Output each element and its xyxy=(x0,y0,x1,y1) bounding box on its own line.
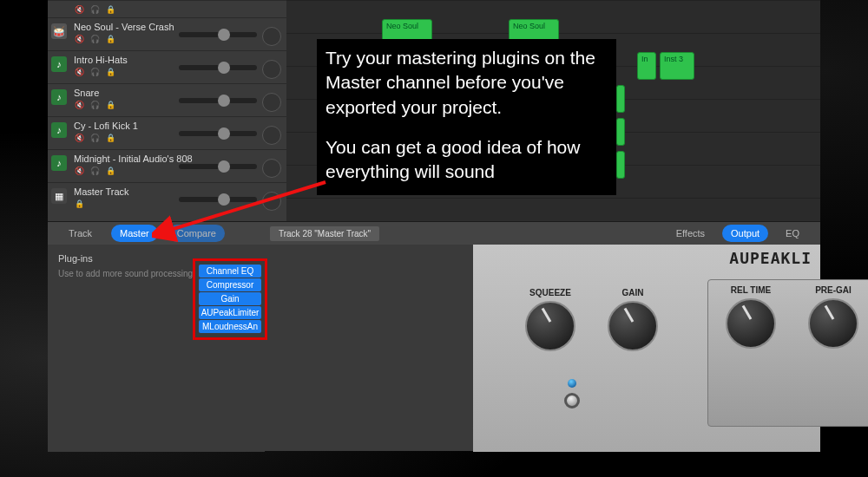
pregain-knob[interactable] xyxy=(808,298,858,349)
lock-icon[interactable]: 🔒 xyxy=(105,34,115,44)
track-row-master[interactable]: ▦ Master Track 🔒 xyxy=(48,182,286,215)
mute-icon[interactable]: 🔇 xyxy=(74,4,84,15)
plugin-sub-panel: REL TIME PRE-GAI xyxy=(707,279,868,427)
volume-slider[interactable] xyxy=(179,98,257,103)
annotation-text-2: You can get a good idea of how everythin… xyxy=(326,135,608,185)
editor-tabbar: Track Master Compare Track 28 "Master Tr… xyxy=(48,222,820,245)
headphones-icon[interactable]: 🎧 xyxy=(89,34,100,44)
tab-output[interactable]: Output xyxy=(722,225,768,242)
led-indicator xyxy=(568,379,576,388)
plugin-list-highlight: Channel EQ Compressor Gain AUPeakLimiter… xyxy=(193,258,267,340)
mute-icon[interactable]: 🔇 xyxy=(74,166,84,176)
track-row[interactable]: ♪ Cy - Lofi Kick 1 🔇 🎧 🔒 xyxy=(48,116,286,149)
region-clip[interactable]: Inst 3 xyxy=(660,52,694,80)
track-name: Master Track xyxy=(74,186,281,198)
mute-icon[interactable]: 🔇 xyxy=(74,100,84,110)
track-name: Snare xyxy=(74,87,281,99)
pan-knob[interactable] xyxy=(262,159,281,178)
lock-icon[interactable]: 🔒 xyxy=(105,4,115,15)
squeeze-knob[interactable] xyxy=(525,301,575,351)
pan-knob[interactable] xyxy=(262,27,281,46)
mute-icon[interactable]: 🔇 xyxy=(74,133,84,143)
pan-knob[interactable] xyxy=(262,93,281,112)
track-row[interactable]: ♪ Midnight - Initial Audio's 808 🔇 🎧 🔒 xyxy=(48,149,286,182)
track-row[interactable]: ♪ Intro Hi-Hats 🔇 🎧 🔒 xyxy=(48,50,286,83)
smart-controls-panel: Track Master Compare Track 28 "Master Tr… xyxy=(48,221,820,451)
gain-knob[interactable] xyxy=(608,301,658,351)
knob-label: PRE-GAI xyxy=(808,285,858,295)
plugin-brand: AUPEAKLI xyxy=(729,249,812,267)
region-clip[interactable] xyxy=(616,151,625,179)
plugin-slot[interactable]: Channel EQ xyxy=(199,265,261,278)
headphones-icon[interactable]: 🎧 xyxy=(89,166,100,176)
volume-slider[interactable] xyxy=(179,32,257,37)
annotation-text-1: Try your mastering plugins on the Master… xyxy=(326,46,608,120)
tab-master[interactable]: Master xyxy=(111,225,158,242)
knob-label: SQUEEZE xyxy=(525,288,575,297)
headphones-icon[interactable]: 🎧 xyxy=(89,67,100,77)
reltime-knob[interactable] xyxy=(726,298,776,349)
pan-knob[interactable] xyxy=(262,192,281,211)
lock-icon[interactable]: 🔒 xyxy=(105,166,115,176)
audio-icon: ♪ xyxy=(51,122,67,138)
plugin-slot[interactable]: AUPeakLimiter xyxy=(199,306,261,319)
tab-eq[interactable]: EQ xyxy=(777,225,808,242)
audio-icon: ♪ xyxy=(51,155,67,171)
headphones-icon[interactable]: 🎧 xyxy=(89,133,100,143)
headphones-icon[interactable]: 🎧 xyxy=(89,100,100,110)
volume-slider[interactable] xyxy=(179,164,257,169)
lock-icon[interactable]: 🔒 xyxy=(74,199,84,209)
tab-compare[interactable]: Compare xyxy=(168,225,225,242)
track-name: Neo Soul - Verse Crash xyxy=(74,21,281,33)
mute-icon[interactable]: 🔇 xyxy=(74,34,84,44)
plugin-slot[interactable]: Gain xyxy=(199,292,261,305)
master-icon: ▦ xyxy=(51,188,67,204)
region-clip[interactable]: In xyxy=(637,52,656,80)
plugin-slot[interactable]: MLoudnessAn xyxy=(199,320,261,333)
knob-label: GAIN xyxy=(608,288,658,297)
lock-icon[interactable]: 🔒 xyxy=(105,100,115,110)
region-clip[interactable] xyxy=(616,85,625,113)
region-clip[interactable] xyxy=(616,118,625,146)
plugin-ui-panel: AUPEAKLI SQUEEZE GAIN REL TIME PRE-GAI xyxy=(473,245,820,452)
track-breadcrumb: Track 28 "Master Track" xyxy=(270,226,379,241)
plugin-slot[interactable]: Compressor xyxy=(199,278,261,291)
track-row[interactable]: 🥁 Neo Soul - Verse Crash 🔇 🎧 🔒 xyxy=(48,17,286,50)
volume-slider[interactable] xyxy=(179,65,257,70)
volume-slider[interactable] xyxy=(179,131,257,136)
track-list: 🔇 🎧 🔒 🥁 Neo Soul - Verse Crash 🔇 🎧 🔒 ♪ I… xyxy=(48,0,286,221)
volume-slider[interactable] xyxy=(179,197,257,202)
audio-icon: ♪ xyxy=(51,89,67,105)
tab-track[interactable]: Track xyxy=(60,225,101,242)
lock-icon[interactable]: 🔒 xyxy=(105,67,115,77)
bypass-toggle[interactable] xyxy=(564,393,580,408)
track-row[interactable]: ♪ Snare 🔇 🎧 🔒 xyxy=(48,83,286,116)
headphones-icon[interactable]: 🎧 xyxy=(89,4,100,15)
track-header-controls: 🔇 🎧 🔒 xyxy=(48,0,286,17)
knob-label: REL TIME xyxy=(726,285,776,295)
audio-icon: ♪ xyxy=(51,56,67,72)
drum-icon: 🥁 xyxy=(51,23,67,39)
pan-knob[interactable] xyxy=(262,60,281,79)
pan-knob[interactable] xyxy=(262,126,281,145)
lock-icon[interactable]: 🔒 xyxy=(105,133,115,143)
mute-icon[interactable]: 🔇 xyxy=(74,67,84,77)
track-name: Cy - Lofi Kick 1 xyxy=(74,120,281,132)
track-name: Intro Hi-Hats xyxy=(74,54,281,66)
tab-effects[interactable]: Effects xyxy=(667,225,713,242)
annotation-box: Try your mastering plugins on the Master… xyxy=(317,39,616,195)
track-name: Midnight - Initial Audio's 808 xyxy=(74,153,281,165)
